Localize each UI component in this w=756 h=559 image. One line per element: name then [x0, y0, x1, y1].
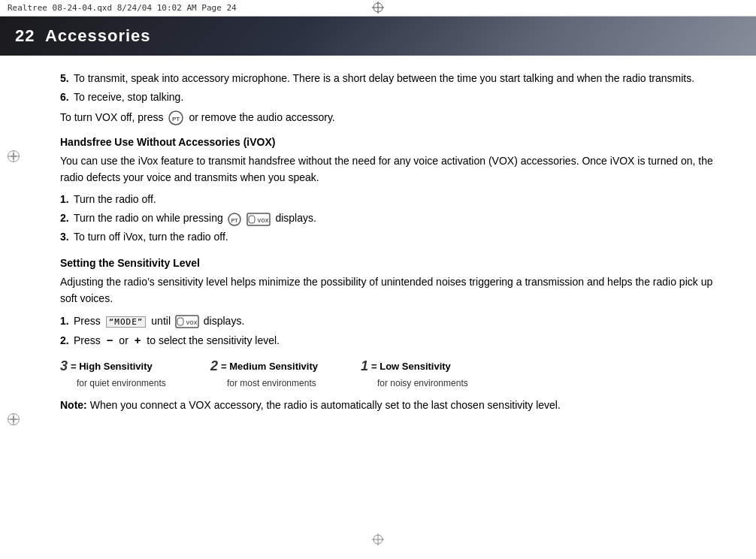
mode-text: “MODE” — [106, 316, 147, 328]
high-sens-icon: 3 — [60, 356, 68, 376]
sens-2-text: Press − or + to select the sensitivity l… — [74, 332, 718, 349]
ivox-2-text: Turn the radio on while pressing PT VOX … — [74, 210, 718, 226]
sens-1-label: 1. — [60, 313, 74, 329]
section-sensitivity-body: Adjusting the radio’s sensitivity level … — [60, 274, 718, 307]
svg-rect-11 — [177, 318, 183, 325]
ivox-3-label: 3. — [60, 229, 74, 245]
top-bar: Realtree 08-24-04.qxd 8/24/04 10:02 AM P… — [0, 0, 756, 17]
ivox-1-label: 1. — [60, 192, 74, 207]
item-5: 5. To transmit, speak into accessory mic… — [60, 71, 718, 86]
section-sensitivity-title: Setting the Sensitivity Level — [60, 255, 718, 271]
sensitivity-icons-row: 3 = High Sensitivity for quiet environme… — [60, 356, 718, 390]
sens-step-1: 1. Press “MODE” until VOX displays. — [60, 313, 718, 329]
minus-sign: − — [107, 334, 113, 346]
note-text: When you connect a VOX accessory, the ra… — [90, 399, 561, 411]
ivox-step-2: 2. Turn the radio on while pressing PT V… — [60, 210, 718, 226]
vox-off-line: To turn VOX off, press PT or remove the … — [60, 110, 718, 125]
item-6-label: 6. — [60, 89, 74, 105]
item-5-text: To transmit, speak into accessory microp… — [74, 71, 718, 86]
vox-off-text-after: or remove the audio accessory. — [189, 110, 334, 125]
ivox-2-label: 2. — [60, 210, 74, 226]
section-handsfree-body: You can use the iVox feature to transmit… — [60, 153, 718, 186]
svg-text:PT: PT — [231, 218, 238, 223]
note-label: Note: — [60, 399, 87, 411]
high-sens-sub: for quiet environments — [77, 376, 195, 390]
svg-text:PT: PT — [172, 116, 180, 122]
low-sens-label: = Low Sensitivity — [371, 359, 451, 374]
sens-2-label: 2. — [60, 333, 74, 349]
low-sens-sub: for noisy environments — [377, 376, 496, 390]
med-sens-icon: 2 — [210, 356, 218, 376]
reg-mark-bottom — [372, 533, 384, 548]
high-sens-label: = High Sensitivity — [71, 359, 153, 374]
sens-step-2: 2. Press − or + to select the sensitivit… — [60, 332, 718, 349]
item-6-text: To receive, stop talking. — [74, 89, 718, 105]
vox-off-text-before: To turn VOX off, press — [60, 110, 163, 125]
main-content: 5. To transmit, speak into accessory mic… — [0, 56, 756, 429]
ivox-step-1: 1. Turn the radio off. — [60, 192, 718, 207]
svg-rect-8 — [249, 216, 255, 223]
note-section: Note: When you connect a VOX accessory, … — [60, 397, 718, 414]
item-6: 6. To receive, stop talking. — [60, 89, 718, 105]
page-wrapper: Realtree 08-24-04.qxd 8/24/04 10:02 AM P… — [0, 0, 756, 559]
vox-icon-sens: VOX — [175, 315, 199, 328]
vox-display-icon: VOX — [246, 213, 271, 226]
chapter-title: 22 Accessories — [15, 26, 151, 46]
svg-text:VOX: VOX — [258, 218, 269, 223]
section-handsfree-title: Handsfree Use Without Accessories (iVOX) — [60, 134, 718, 150]
low-sens-icon: 1 — [361, 356, 368, 376]
ivox-3-text: To turn off iVox, turn the radio off. — [74, 229, 718, 245]
med-sens-label: = Medium Sensitivity — [221, 359, 318, 374]
registration-mark-top — [372, 2, 384, 14]
sensitivity-high: 3 = High Sensitivity for quiet environme… — [60, 356, 195, 390]
ivox-1-text: Turn the radio off. — [74, 192, 718, 207]
ptt-icon-inline: PT — [228, 213, 241, 226]
file-info: Realtree 08-24-04.qxd 8/24/04 10:02 AM P… — [8, 3, 237, 13]
svg-text:VOX: VOX — [186, 320, 198, 325]
sensitivity-low: 1 = Low Sensitivity for noisy environmen… — [361, 356, 496, 390]
reg-mark-left-bottom — [8, 413, 20, 425]
plus-sign: + — [135, 334, 141, 346]
sensitivity-medium: 2 = Medium Sensitivity for most environm… — [210, 356, 346, 390]
reg-mark-left-top — [8, 150, 20, 162]
item-5-label: 5. — [60, 71, 74, 86]
chapter-header: 22 Accessories — [0, 17, 756, 56]
ptt-icon: PT — [168, 110, 183, 125]
ivox-step-3: 3. To turn off iVox, turn the radio off. — [60, 229, 718, 245]
med-sens-sub: for most environments — [227, 376, 346, 390]
sens-1-text: Press “MODE” until VOX displays. — [74, 313, 718, 329]
